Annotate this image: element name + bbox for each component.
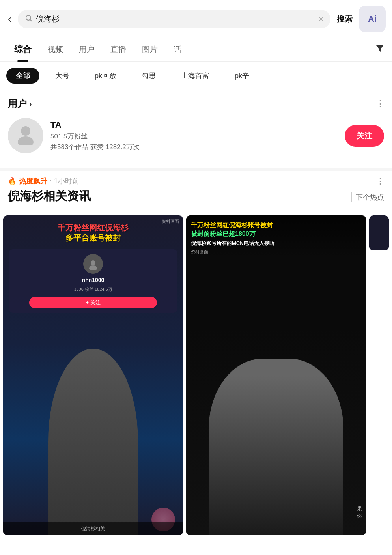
card1-follow-btn[interactable]: + 关注 <box>29 297 157 308</box>
filter-pk-xin[interactable]: pk辛 <box>225 68 259 84</box>
card2-watermark: 果然 <box>357 505 362 519</box>
svg-line-1 <box>30 19 32 21</box>
user-fans: 501.5万粉丝 <box>50 132 338 141</box>
hot-dot: · <box>50 177 52 185</box>
user-info: TA 501.5万粉丝 共583个作品 获赞 1282.2万次 <box>50 120 338 151</box>
tab-video[interactable]: 视频 <box>39 39 71 60</box>
card2-person-area <box>186 327 366 535</box>
user-section-more[interactable]: ⋮ <box>376 99 384 108</box>
card1-title-overlay: 千万粉丝网红倪海杉 多平台账号被封 <box>3 215 183 246</box>
sub-filter-bar: 全部 大号 pk回放 勾思 上海首富 pk辛 <box>0 62 392 90</box>
back-button[interactable]: ‹ <box>6 11 13 27</box>
follow-button[interactable]: 关注 <box>345 125 384 147</box>
fire-emoji: 🔥 <box>8 177 17 185</box>
svg-point-6 <box>89 265 97 270</box>
video-card-2[interactable]: 千万粉丝网红倪海杉账号被封 被封前粉丝已超1800万 倪海杉账号所在的MCN电话… <box>186 215 366 535</box>
video-card-3-partial[interactable] <box>369 215 389 535</box>
card1-person-area <box>3 316 183 535</box>
card1-content: 资料画面 千万粉丝网红倪海杉 多平台账号被封 nhn1000 <box>3 215 183 535</box>
hot-section-header: 🔥 热度飙升 · 1小时前 ⋮ <box>8 176 384 186</box>
card2-source: 资料画面 <box>191 249 361 255</box>
clear-button[interactable]: × <box>319 15 323 24</box>
user-works: 共583个作品 <box>50 143 88 151</box>
card2-content: 千万粉丝网红倪海杉账号被封 被封前粉丝已超1800万 倪海杉账号所在的MCN电话… <box>186 215 366 535</box>
user-section-label: 用户 <box>8 97 27 110</box>
card1-bottom-text: 倪海杉相关 <box>3 522 183 535</box>
user-name: TA <box>50 120 338 130</box>
svg-marker-2 <box>376 45 383 52</box>
user-stats: 共583个作品 获赞 1282.2万次 <box>50 142 338 151</box>
card1-headline-line2: 多平台账号被封 <box>65 234 121 242</box>
hot-title: 倪海杉相关资讯 <box>8 188 91 204</box>
header: ‹ 倪海杉 × 搜索 Ai <box>0 0 392 38</box>
card1-stats: 3606 粉丝 1824.5万 <box>74 286 112 292</box>
hot-time: 1小时前 <box>54 176 79 186</box>
hot-title-row: 倪海杉相关资讯 下个热点 <box>8 188 384 206</box>
card1-username: nhn1000 <box>82 277 105 283</box>
tab-user[interactable]: 用户 <box>71 39 103 60</box>
card1-headline: 千万粉丝网红倪海杉 多平台账号被封 <box>8 222 178 243</box>
card1-bottom-caption: 倪海杉相关 <box>7 525 179 532</box>
video-thumb-2: 千万粉丝网红倪海杉账号被封 被封前粉丝已超1800万 倪海杉账号所在的MCN电话… <box>186 215 366 535</box>
ai-button[interactable]: Ai <box>359 6 386 32</box>
user-section-arrow: › <box>29 99 32 108</box>
hot-section: 🔥 热度飙升 · 1小时前 ⋮ 倪海杉相关资讯 下个热点 <box>0 171 392 215</box>
filter-big[interactable]: 大号 <box>46 68 79 84</box>
card2-title-overlay: 千万粉丝网红倪海杉账号被封 被封前粉丝已超1800万 倪海杉账号所在的MCN电话… <box>186 215 366 258</box>
svg-point-3 <box>21 126 30 136</box>
hot-next[interactable]: 下个热点 <box>351 192 384 202</box>
hot-trending-label: 热度飙升 <box>19 176 47 186</box>
card2-headline: 千万粉丝网红倪海杉账号被封 被封前粉丝已超1800万 倪海杉账号所在的MCN电话… <box>191 221 361 247</box>
user-likes: 获赞 1282.2万次 <box>90 143 140 151</box>
search-icon <box>25 14 33 24</box>
tab-bar: 综合 视频 用户 直播 图片 话 <box>0 38 392 62</box>
search-query[interactable]: 倪海杉 <box>36 14 315 24</box>
svg-point-5 <box>91 260 95 265</box>
card1-person-silhouette <box>48 349 138 535</box>
divider-1 <box>0 168 392 171</box>
tab-live[interactable]: 直播 <box>103 39 134 60</box>
svg-point-4 <box>18 136 34 145</box>
hot-label: 🔥 热度飙升 · 1小时前 <box>8 176 79 186</box>
card1-avatar <box>83 254 103 274</box>
tab-topic[interactable]: 话 <box>166 39 189 60</box>
avatar-icon <box>14 121 37 150</box>
video-thumb-3-partial <box>369 215 389 250</box>
video-card-1[interactable]: 资料画面 千万粉丝网红倪海杉 多平台账号被封 nhn1000 <box>3 215 183 535</box>
video-thumb-1: 资料画面 千万粉丝网红倪海杉 多平台账号被封 nhn1000 <box>3 215 183 535</box>
user-section-header: 用户 › ⋮ <box>0 90 392 114</box>
tab-comprehensive[interactable]: 综合 <box>6 38 39 61</box>
card2-person-sim <box>209 359 343 535</box>
user-section-title[interactable]: 用户 › <box>8 97 32 110</box>
filter-shanghai-richest[interactable]: 上海首富 <box>172 68 219 84</box>
card1-headline-line1: 千万粉丝网红倪海杉 <box>58 223 129 232</box>
card1-source: 资料画面 <box>162 219 179 224</box>
avatar <box>8 118 43 153</box>
user-card: TA 501.5万粉丝 共583个作品 获赞 1282.2万次 关注 <box>0 114 392 161</box>
card2-headline-line2: 被封前粉丝已超1800万 <box>191 230 256 237</box>
search-button[interactable]: 搜索 <box>335 14 354 24</box>
filter-icon[interactable] <box>374 38 386 60</box>
search-bar[interactable]: 倪海杉 × <box>18 10 330 28</box>
card2-headline-line3: 倪海杉账号所在的MCN电话无人接听 <box>191 240 274 246</box>
tab-image[interactable]: 图片 <box>134 39 166 60</box>
hot-section-more[interactable]: ⋮ <box>376 177 384 185</box>
card2-headline-line1: 千万粉丝网红倪海杉账号被封 <box>191 222 273 228</box>
card1-profile-box: nhn1000 3606 粉丝 1824.5万 + 关注 <box>9 249 177 313</box>
video-grid: 资料画面 千万粉丝网红倪海杉 多平台账号被封 nhn1000 <box>0 215 392 535</box>
filter-gou-si[interactable]: 勾思 <box>132 68 165 84</box>
filter-pk-replay[interactable]: pk回放 <box>85 68 126 84</box>
filter-all[interactable]: 全部 <box>6 68 39 84</box>
